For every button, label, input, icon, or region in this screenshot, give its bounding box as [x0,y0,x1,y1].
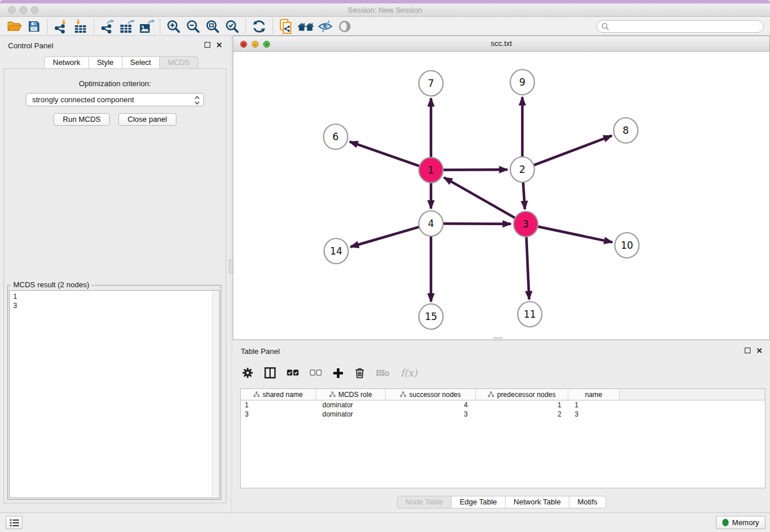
graph-node-6[interactable]: 6 [324,124,348,149]
export-image-icon [138,19,155,34]
graph-node-9[interactable]: 9 [510,70,534,95]
import-network-button[interactable] [51,18,71,35]
table-row[interactable]: 1 dominator 4 1 1 [241,400,765,410]
show-column-button[interactable] [264,367,276,379]
tab-network[interactable]: Network [44,56,89,69]
table-row[interactable]: 3 dominator 3 2 3 [241,410,765,419]
graph-edge-2-3[interactable] [523,182,525,209]
import-network-icon [53,19,68,34]
export-table-button[interactable] [117,18,137,35]
close-panel-button[interactable]: Close panel [118,113,176,126]
table-panel-title: Table Panel [241,347,280,356]
tab-motifs[interactable]: Motifs [569,496,606,508]
table-settings-button[interactable] [242,367,253,379]
memory-status-icon [722,519,729,526]
svg-text:3: 3 [523,218,529,230]
graph-edge-3-1[interactable] [444,178,515,218]
open-session-button[interactable] [5,18,24,35]
table-panel: Table Panel ✕ [233,341,770,512]
show-panels-button[interactable] [6,516,22,529]
graph-edge-4-14[interactable] [351,227,419,247]
home-view-button[interactable] [296,18,315,35]
memory-button[interactable]: Memory [716,516,765,529]
tab-node-table[interactable]: Node Table [396,496,452,508]
tree-icon [400,391,406,398]
graph-node-3[interactable]: 3 [514,211,538,237]
deselect-all-icon [310,369,322,376]
close-panel-icon[interactable]: ✕ [216,42,222,49]
graph-node-1[interactable]: 1 [419,157,443,183]
graph-node-4[interactable]: 4 [419,211,443,236]
graph-edge-1-2[interactable] [443,169,507,170]
tab-mcds[interactable]: MCDS [160,56,198,69]
search-input[interactable] [610,21,763,32]
graph-node-14[interactable]: 14 [324,238,348,264]
mcds-result-title: MCDS result (2 nodes) [11,280,91,289]
svg-text:9: 9 [519,76,526,88]
graph-node-15[interactable]: 15 [419,304,443,329]
tab-style[interactable]: Style [89,56,122,69]
zoom-fit-button[interactable] [203,18,222,35]
delete-row-button[interactable] [355,367,365,379]
tab-edge-table[interactable]: Edge Table [452,496,506,508]
column-header-shared-name[interactable]: shared name [241,389,316,400]
column-header-predecessor-nodes[interactable]: predecessor nodes [476,389,568,400]
import-table-button[interactable] [71,18,90,35]
search-box[interactable] [596,20,764,33]
graph-edge-4-3[interactable] [443,223,511,224]
mcds-result-text[interactable]: 1 3 [9,290,220,498]
table-close-panel-icon[interactable]: ✕ [756,348,763,354]
graph-edge-2-8[interactable] [534,136,612,165]
function-builder-button[interactable]: f(x) [401,367,417,379]
export-network-button[interactable] [98,18,117,35]
tree-icon [253,391,260,398]
select-all-icon [287,369,299,376]
run-mcds-button[interactable]: Run MCDS [53,113,110,126]
hide-selected-button[interactable] [315,18,335,35]
graph-edge-3-11[interactable] [526,236,529,299]
graph-node-7[interactable]: 7 [419,71,443,96]
float-panel-icon[interactable] [205,42,210,48]
save-session-button[interactable] [24,18,44,35]
gear-icon [242,367,253,379]
open-folder-icon [7,20,22,33]
clone-network-button[interactable] [276,18,296,35]
graph-node-8[interactable]: 8 [614,118,638,143]
criterion-dropdown[interactable]: strongly connected component [26,93,204,106]
cell-mcds-role: dominator [316,401,386,409]
select-all-button[interactable] [287,369,299,376]
deselect-all-button[interactable] [310,369,322,376]
graph-edge-3-10[interactable] [538,226,613,242]
cell-predecessor-nodes: 2 [476,410,568,418]
toolbar-separator [94,19,94,34]
export-image-button[interactable] [137,18,156,35]
zoom-selected-button[interactable] [222,18,242,35]
table-float-panel-icon[interactable] [745,348,750,353]
delete-table-button[interactable] [376,369,390,377]
tab-select[interactable]: Select [122,56,160,69]
view-mode-button[interactable] [335,18,355,35]
graph-node-11[interactable]: 11 [518,302,542,327]
tree-icon [329,391,336,398]
add-row-button[interactable] [333,368,344,379]
column-header-name[interactable]: name [568,389,619,400]
trash-icon [355,367,365,379]
tab-network-table[interactable]: Network Table [506,496,569,508]
table-toolbar: f(x) [242,362,417,384]
gray-eye-icon [338,20,352,33]
cell-shared-name: 1 [241,401,316,409]
network-canvas[interactable]: 7968124314101511 [233,52,769,340]
zoom-in-button[interactable] [164,18,183,35]
column-header-successor-nodes[interactable]: successor nodes [386,389,476,400]
result-scrollbar[interactable] [212,291,218,497]
graph-node-2[interactable]: 2 [510,157,534,182]
graph-node-10[interactable]: 10 [615,233,639,258]
column-header-mcds-role[interactable]: MCDS role [316,389,386,400]
svg-text:1: 1 [428,164,434,176]
horizontal-splitter-handle[interactable] [494,337,502,341]
graph-edge-1-6[interactable] [350,142,420,166]
node-table: shared name MCDS role successor nodes pr… [240,388,765,488]
zoom-out-button[interactable] [183,18,203,35]
dropdown-stepper-icon [194,95,200,107]
apply-layout-button[interactable] [249,18,269,35]
